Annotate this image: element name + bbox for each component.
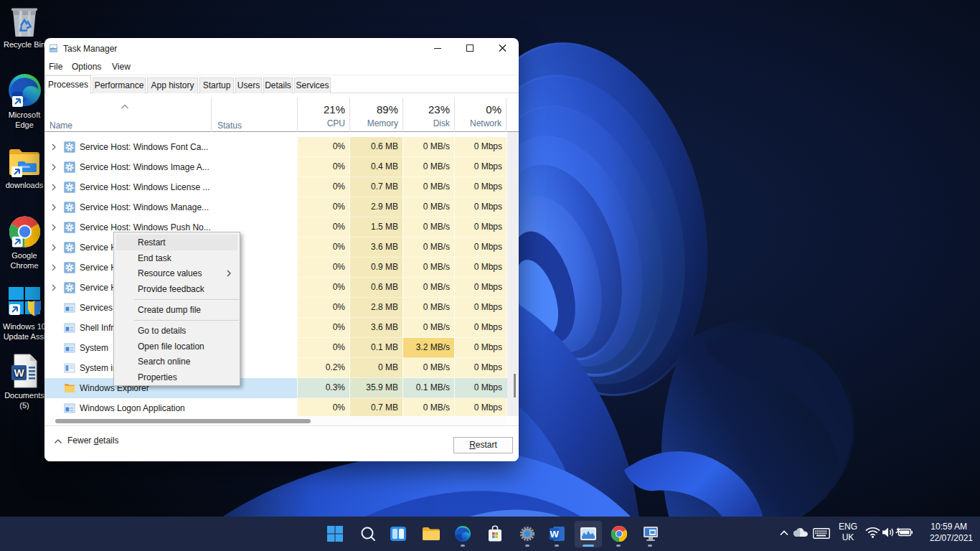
svg-text:W: W xyxy=(550,529,560,540)
svg-text:W: W xyxy=(14,367,24,379)
